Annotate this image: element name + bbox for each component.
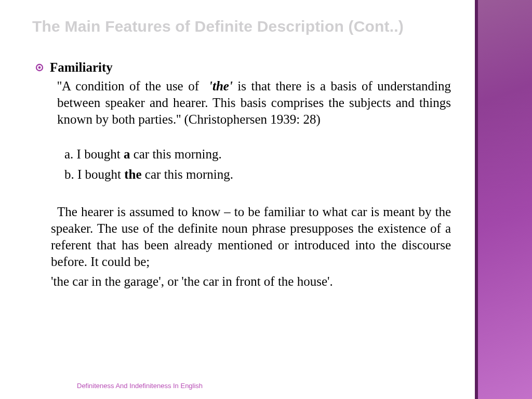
ex-a-post: car this morning.	[130, 147, 221, 161]
bullet-heading: Familiarity	[50, 60, 113, 75]
slide-title: The Main Features of Definite Descriptio…	[32, 18, 404, 35]
ex-b-post: car this morning.	[142, 167, 233, 181]
ex-a-bold: a	[124, 147, 130, 161]
slide: The Main Features of Definite Descriptio…	[0, 0, 532, 399]
ex-a-pre: a. I bought	[64, 147, 124, 161]
svg-point-1	[38, 66, 41, 69]
quote-paragraph: ''A condition of the use of 'the' is tha…	[57, 78, 451, 128]
example-b: b. I bought the car this morning.	[57, 165, 451, 185]
quote-open: ''A condition of the use of	[57, 79, 204, 93]
ex-b-pre: b. I bought	[64, 167, 124, 181]
explanation-paragraph: The hearer is assumed to know – to be fa…	[51, 204, 451, 270]
examples-block: a. I bought a car this morning. b. I bou…	[57, 144, 451, 185]
closing-line: 'the car in the garage', or 'the car in …	[51, 273, 451, 290]
bullet-item: Familiarity	[35, 60, 451, 75]
quote-the: 'the'	[209, 79, 233, 93]
decorative-side-bar	[475, 0, 532, 399]
bullet-icon	[35, 63, 44, 72]
explanation-text: The hearer is assumed to know – to be fa…	[51, 205, 451, 269]
ex-b-bold: the	[124, 167, 141, 181]
footer-text: Definiteness And Indefiniteness In Engli…	[77, 382, 203, 390]
slide-content: Familiarity ''A condition of the use of …	[35, 60, 451, 290]
example-a: a. I bought a car this morning.	[57, 144, 451, 165]
